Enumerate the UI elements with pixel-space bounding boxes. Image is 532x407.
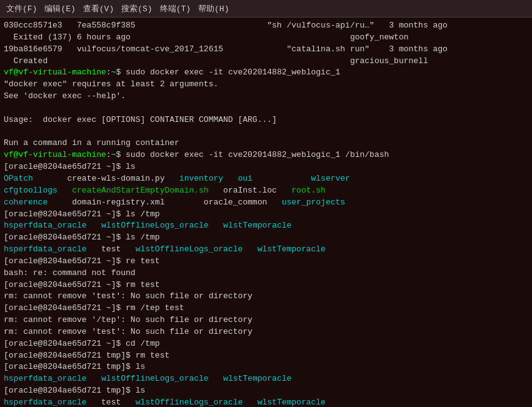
terminal-line: Created gracious_burnell bbox=[4, 56, 528, 68]
title-bar: 文件(F) 编辑(E) 查看(V) 搜索(S) 终端(T) 帮助(H) bbox=[0, 0, 532, 18]
terminal-line: [oracle@8204ae65d721 ~]$ rm test bbox=[4, 279, 528, 291]
terminal-line: "docker exec" requires at least 2 argume… bbox=[4, 79, 528, 91]
menu-file[interactable]: 文件(F) bbox=[6, 3, 37, 14]
terminal-line: 030ccc8571e3 7ea558c9f385 "sh /vulfocus-… bbox=[4, 20, 528, 32]
terminal[interactable]: 030ccc8571e3 7ea558c9f385 "sh /vulfocus-… bbox=[0, 18, 532, 407]
terminal-line: hsperfdata_oracle test wlstOfflineLogs_o… bbox=[4, 244, 528, 256]
terminal-line: Exited (137) 6 hours ago goofy_newton bbox=[4, 32, 528, 44]
terminal-line: [oracle@8204ae65d721 ~]$ cd /tmp bbox=[4, 338, 528, 350]
terminal-line: hsperfdata_oracle wlstOfflineLogs_oracle… bbox=[4, 220, 528, 232]
terminal-line: coherence domain-registry.xml oracle_com… bbox=[4, 197, 528, 209]
terminal-line: [oracle@8204ae65d721 tmp]$ rm test bbox=[4, 350, 528, 362]
terminal-line: [oracle@8204ae65d721 ~]$ ls /tmp bbox=[4, 209, 528, 221]
terminal-line: 19ba816e6579 vulfocus/tomcat-cve_2017_12… bbox=[4, 44, 528, 56]
menu-terminal[interactable]: 终端(T) bbox=[160, 3, 191, 14]
terminal-line bbox=[4, 103, 528, 114]
terminal-line: [oracle@8204ae65d721 ~]$ ls /tmp bbox=[4, 232, 528, 244]
terminal-line: rm: cannot remove '/tep': No such file o… bbox=[4, 314, 528, 326]
menu-edit[interactable]: 编辑(E) bbox=[44, 3, 75, 14]
terminal-line: rm: cannot remove 'test': No such file o… bbox=[4, 326, 528, 338]
terminal-line: rm: cannot remove 'test': No such file o… bbox=[4, 291, 528, 303]
terminal-line: vf@vf-virtual-machine:~$ sudo docker exe… bbox=[4, 149, 528, 161]
menu-view[interactable]: 查看(V) bbox=[83, 3, 114, 14]
terminal-line: [oracle@8204ae65d721 ~]$ re test bbox=[4, 256, 528, 268]
terminal-line bbox=[4, 126, 528, 138]
terminal-line: See 'docker exec --help'. bbox=[4, 91, 528, 103]
terminal-line: Usage: docker exec [OPTIONS] CONTAINER C… bbox=[4, 114, 528, 126]
terminal-line: [oracle@8204ae65d721 tmp]$ ls bbox=[4, 385, 528, 397]
terminal-line: [oracle@8204ae65d721 ~]$ rm /tep test bbox=[4, 303, 528, 314]
menu-help[interactable]: 帮助(H) bbox=[198, 3, 229, 14]
menu-search[interactable]: 搜索(S) bbox=[121, 3, 152, 14]
terminal-line: [oracle@8204ae65d721 ~]$ ls bbox=[4, 161, 528, 173]
terminal-line: hsperfdata_oracle test wlstOfflineLogs_o… bbox=[4, 397, 528, 407]
terminal-line: [oracle@8204ae65d721 tmp]$ ls bbox=[4, 361, 528, 373]
terminal-line: hsperfdata_oracle wlstOfflineLogs_oracle… bbox=[4, 373, 528, 385]
terminal-line: OPatch create-wls-domain.py inventory ou… bbox=[4, 173, 528, 185]
terminal-line: cfgtoollogs createAndStartEmptyDomain.sh… bbox=[4, 185, 528, 197]
terminal-line: bash: re: command not found bbox=[4, 268, 528, 279]
terminal-line: Run a command in a running container bbox=[4, 138, 528, 149]
terminal-line: vf@vf-virtual-machine:~$ sudo docker exe… bbox=[4, 67, 528, 79]
